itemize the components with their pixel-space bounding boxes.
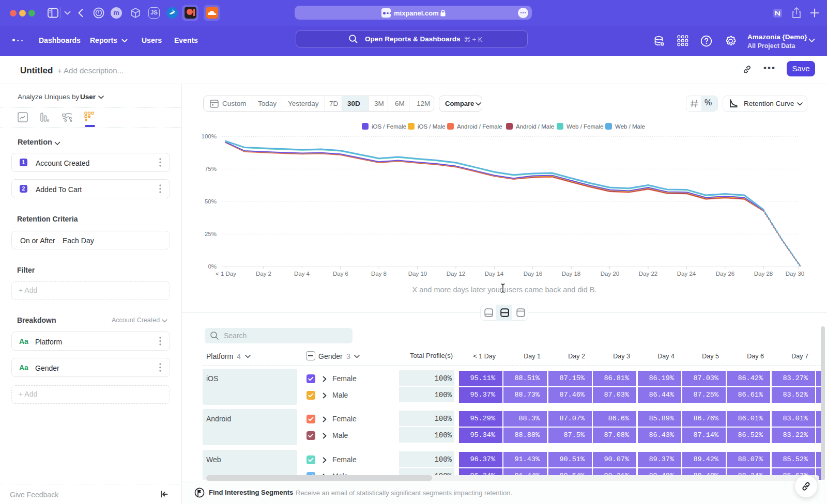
svg-text:Day 8: Day 8 bbox=[371, 271, 387, 277]
svg-text:Day 10: Day 10 bbox=[408, 271, 427, 277]
svg-text:< 1 Day: < 1 Day bbox=[216, 271, 236, 277]
svg-text:Day 6: Day 6 bbox=[333, 271, 348, 277]
svg-text:Day 26: Day 26 bbox=[716, 271, 734, 277]
svg-text:Day 28: Day 28 bbox=[754, 271, 773, 277]
svg-text:Day 18: Day 18 bbox=[562, 271, 580, 277]
svg-text:Day 22: Day 22 bbox=[639, 271, 657, 277]
svg-text:Day 24: Day 24 bbox=[677, 271, 696, 277]
svg-text:Day 20: Day 20 bbox=[601, 271, 619, 277]
svg-text:100%: 100% bbox=[202, 133, 217, 139]
svg-text:Day 2: Day 2 bbox=[256, 271, 271, 277]
svg-text:25%: 25% bbox=[205, 231, 217, 237]
svg-text:Android / Male: Android / Male bbox=[516, 123, 554, 130]
svg-text:Day 12: Day 12 bbox=[447, 271, 465, 277]
svg-text:50%: 50% bbox=[205, 198, 217, 204]
svg-text:iOS / Female: iOS / Female bbox=[372, 123, 406, 130]
svg-text:Day 4: Day 4 bbox=[294, 271, 310, 277]
svg-text:Web / Female: Web / Female bbox=[566, 123, 603, 130]
svg-text:Web / Male: Web / Male bbox=[615, 123, 645, 130]
svg-text:0%: 0% bbox=[208, 263, 217, 270]
svg-text:iOS / Male: iOS / Male bbox=[418, 123, 446, 130]
svg-text:Day 30: Day 30 bbox=[786, 271, 804, 277]
svg-text:Day 16: Day 16 bbox=[524, 271, 542, 277]
svg-text:Android / Female: Android / Female bbox=[457, 123, 502, 130]
svg-text:Day 14: Day 14 bbox=[485, 271, 504, 277]
svg-text:75%: 75% bbox=[205, 166, 217, 172]
